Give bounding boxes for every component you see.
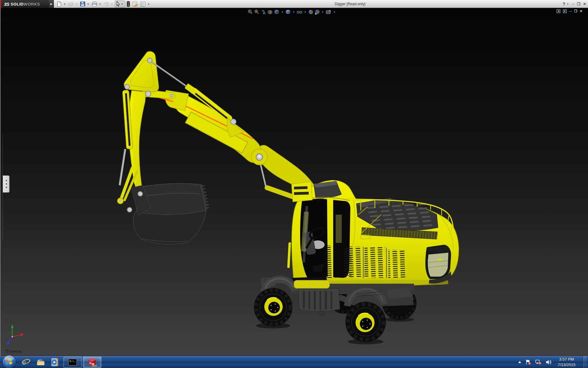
print-dropdown-arrow[interactable]: ▼ [99,3,101,6]
section-view-button[interactable] [267,9,273,15]
display-style-dropdown[interactable]: ▼ [292,11,295,13]
eyeglasses-icon [296,9,303,15]
wheel-rear-left[interactable] [345,302,386,342]
rear-window[interactable] [425,245,451,279]
new-document-icon [56,1,62,7]
svg-text:e: e [22,358,26,367]
section-view-icon [267,9,273,15]
expand-arrow-icon: ◂ [6,179,7,182]
internet-explorer-icon: e [21,357,31,367]
taskbar-clock[interactable]: 3:57 PM 7/13/2015 [555,357,578,367]
expand-arrow-icon: ◂ [6,182,7,186]
main-toolbar: ▼ ▼ ▼ [56,0,151,8]
taskbar-item-media-player[interactable] [48,356,63,368]
view-orientation-dropdown[interactable]: ▼ [281,11,284,13]
edit-appearance-button[interactable] [308,9,314,15]
print-button[interactable] [91,0,98,8]
zoom-to-fit-button[interactable] [247,9,253,15]
expand-arrow-icon: ◂ [6,186,7,189]
zoom-to-fit-icon [247,9,253,15]
view-settings-button[interactable] [326,9,332,15]
file-properties-button[interactable] [131,0,139,8]
help-icon[interactable]: ? [563,2,565,6]
new-document-button[interactable] [56,0,62,8]
window-controls: ? ▼ ─ ❐ ✕ [563,0,586,8]
display-style-icon [285,9,291,15]
feature-manager-collapsed-tab[interactable]: ◂ ◂ ◂ [3,175,9,193]
open-document-button[interactable] [67,0,74,8]
new-dropdown-arrow[interactable]: ▼ [63,3,66,6]
taskbar-item-solidworks-2015[interactable]: S W 2015 [83,357,101,368]
undo-button[interactable] [103,0,110,8]
options-checklist-icon [140,1,146,7]
options-button[interactable] [139,0,147,8]
save-floppy-icon [80,1,85,7]
hide-show-dropdown[interactable]: ▼ [304,11,307,13]
pane-collapse-right-icon[interactable] [563,9,567,13]
document-window-controls: ─ ❐ ✕ [556,9,582,13]
window-title: Digger [Read-only] [313,0,387,8]
pane-collapse-left-icon[interactable] [556,9,560,13]
apply-scene-button[interactable] [315,9,320,15]
select-tool-button[interactable]: ▼ [115,1,125,7]
title-bar: ЗS SOLIDWORKS ▶ ▼ ▼ [0,0,588,8]
print-icon [92,1,97,7]
select-cursor-icon [116,1,121,7]
hide-show-items-button[interactable] [296,9,303,15]
view-orientation-label: *Dimetric [5,349,22,354]
hidden-icons-arrow[interactable] [518,361,522,364]
clock-time: 3:57 PM [555,357,578,362]
doc-minimize-button[interactable]: ─ [569,10,572,13]
app-restore-button[interactable]: ❐ [577,2,580,6]
zoom-to-area-icon [254,9,259,15]
help-dropdown-arrow[interactable]: ▼ [567,3,569,6]
previous-view-button[interactable] [260,9,266,15]
show-desktop-button[interactable] [583,356,587,368]
action-center-flag-icon[interactable] [525,359,531,365]
clock-date: 7/13/2015 [555,362,578,368]
start-button[interactable] [3,355,16,368]
view-orientation-button[interactable] [274,9,280,15]
zoom-to-area-button[interactable] [254,9,259,15]
doc-close-button[interactable]: ✕ [580,9,582,13]
open-dropdown-arrow[interactable]: ▼ [75,3,78,6]
taskbar-item-internet-explorer[interactable]: e [19,356,33,368]
taskbar-item-command-prompt[interactable]: C:\_ [63,357,82,368]
menu-flyout-arrow-icon[interactable]: ▶ [49,0,54,8]
wheel-front-left[interactable] [254,288,292,327]
brand-name-bold: SOLID [11,2,24,6]
save-button[interactable] [79,0,86,8]
apply-scene-dropdown[interactable]: ▼ [322,11,324,13]
graphics-area[interactable]: x [0,8,588,356]
scene-canvas[interactable]: x [1,8,588,356]
apply-scene-icon [315,9,320,15]
undo-dropdown-arrow[interactable]: ▼ [111,3,113,6]
rim [356,313,375,332]
solidworks-logo-mark: ЗS [4,2,9,7]
display-style-button[interactable] [285,9,291,15]
view-settings-icon [326,9,332,15]
windows-taskbar: e [0,356,588,368]
undo-arrow-icon [104,1,109,7]
doc-restore-button[interactable]: ❐ [574,9,577,13]
brand-name-light: WORKS [24,2,40,6]
headsup-view-toolbar: ▼ ▼ ▼ [247,9,336,15]
system-tray: 3:57 PM 7/13/2015 [518,356,588,368]
volume-icon[interactable] [545,359,552,365]
view-settings-dropdown[interactable]: ▼ [333,11,336,13]
triad-x-label: x [25,334,27,337]
select-dropdown-arrow[interactable]: ▼ [121,3,123,6]
folder-icon [36,357,46,367]
media-player-icon [51,357,60,367]
file-properties-icon [132,1,138,7]
app-minimize-button[interactable]: ─ [572,2,575,6]
options-dropdown-arrow[interactable]: ▼ [148,3,150,6]
open-folder-icon [68,1,74,7]
svg-text:2015: 2015 [92,365,97,367]
taskbar-item-windows-explorer[interactable] [33,356,48,368]
app-close-button[interactable]: ✕ [583,2,586,6]
network-error-icon[interactable] [535,359,542,365]
save-dropdown-arrow[interactable]: ▼ [87,3,89,6]
rebuild-button[interactable] [126,0,131,8]
solidworks-logo[interactable]: ЗS SOLIDWORKS [0,0,49,8]
